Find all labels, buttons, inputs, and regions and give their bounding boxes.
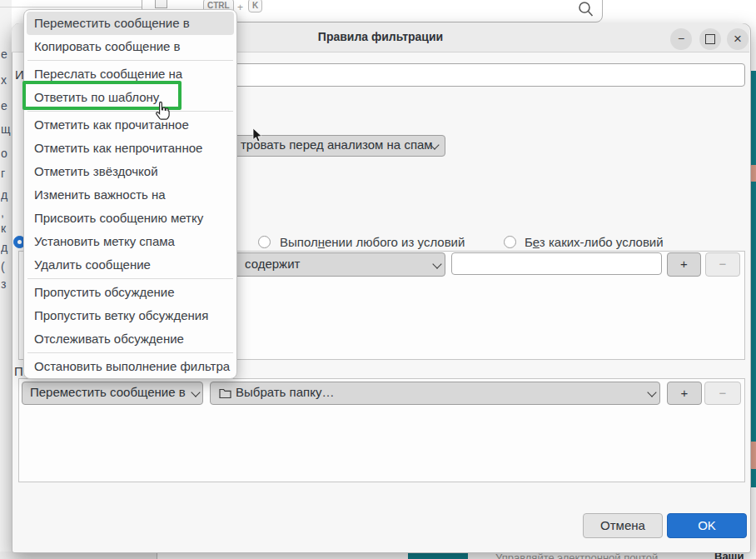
bg-text-fragment: х [1,73,12,87]
action-type-label: Переместить сообщение в [30,385,186,399]
radio-match-any-label[interactable]: Выполнении любого из условий [280,235,465,249]
label-text: Выпол [280,235,318,249]
label-text: Б [525,235,533,249]
bg-text-fragment: , [1,206,12,219]
bg-text-fragment: з [1,277,12,291]
screen: е х е щ о г д , к д ( з CTRL + K Управля… [0,0,756,559]
add-action-button[interactable]: + [667,382,702,405]
menu-item-star[interactable]: Отметить звёздочкой [24,160,236,183]
target-folder-select[interactable]: Выбрать папку… [210,382,660,405]
menu-item-set-priority[interactable]: Изменить важность на [24,183,236,207]
chevron-down-icon [191,387,200,397]
maximize-icon [705,34,715,44]
menu-separator [27,352,233,353]
menu-item-watch-thread[interactable]: Отслеживать обсуждение [24,327,236,351]
bg-text-fragment: г [1,167,12,180]
add-condition-button[interactable]: + [667,252,701,277]
ok-button[interactable]: OK [667,513,747,538]
bg-text-fragment: о [1,147,12,160]
bg-text-fragment: ( [1,260,12,273]
bg-text-fragment: е [1,47,12,61]
menu-item-mark-read[interactable]: Отметить как прочитанное [24,113,236,137]
menu-item-copy-to[interactable]: Копировать сообщение в [24,35,236,58]
actions-label: П [14,364,23,378]
bg-text-fragment: д [1,188,12,202]
radio-match-any[interactable] [258,236,271,248]
k-key-badge: K [248,0,262,12]
menu-item-tag-message[interactable]: Присвоить сообщению метку [24,207,236,230]
bg-text-fragment: щ [1,122,12,136]
remove-action-button[interactable]: − [704,382,741,405]
chevron-down-icon [432,259,441,268]
close-button[interactable]: × [727,28,749,50]
menu-separator [27,111,233,112]
radio-match-none[interactable] [504,236,516,248]
hand-cursor-icon [152,100,174,123]
cancel-button[interactable]: Отмена [583,513,663,538]
background-folder-column: е х е щ о г д , к д ( з [0,0,12,552]
remove-condition-button[interactable]: − [705,252,740,277]
filter-action-context-menu: Переместить сообщение в Копировать сообщ… [23,9,237,379]
arrow-cursor-icon [252,128,263,143]
label-text: ении любого из условий [325,235,465,249]
bg-text-fragment: д [1,241,12,254]
minimize-button[interactable]: − [670,28,692,50]
condition-operator-select[interactable]: содержит [218,252,445,277]
radio-match-none-label[interactable]: Без каких-либо условий [525,235,664,249]
label-accesskey: е [533,235,540,249]
filter-name-label: И [15,67,23,82]
menu-item-mark-unread[interactable]: Отметить как непрочитанное [24,137,236,160]
toolbar-divider [0,7,142,7]
bg-text-fragment: е [1,99,12,112]
bg-text-fragment: к [1,222,12,235]
junk-analysis-select-label: тровать перед анализом на спам [241,137,433,152]
menu-item-move-to[interactable]: Переместить сообщение в [27,12,234,35]
target-folder-label: Выбрать папку… [236,385,334,399]
label-text: з каких-либо условий [540,235,664,249]
search-icon [578,1,594,18]
menu-item-stop-filter-execution[interactable]: Остановить выполнение фильтра [24,355,236,378]
menu-item-ignore-subthread[interactable]: Пропустить ветку обсуждения [24,304,236,327]
maximize-button[interactable] [699,28,721,50]
condition-operator-label: содержит [245,257,300,271]
menu-separator [27,60,233,61]
plus-hint: + [237,2,243,13]
folder-icon [219,388,231,399]
chevron-down-icon [647,387,656,397]
menu-item-delete-message[interactable]: Удалить сообщение [24,253,236,277]
menu-separator [27,278,233,279]
action-type-select[interactable]: Переместить сообщение в [22,382,203,405]
toolbar-icon-fragment [155,0,167,8]
menu-item-set-junk-status[interactable]: Установить метку спама [24,230,236,253]
menu-item-ignore-thread[interactable]: Пропустить обсуждение [24,281,236,304]
condition-value-input[interactable] [451,252,662,275]
label-accesskey: н [318,235,325,249]
